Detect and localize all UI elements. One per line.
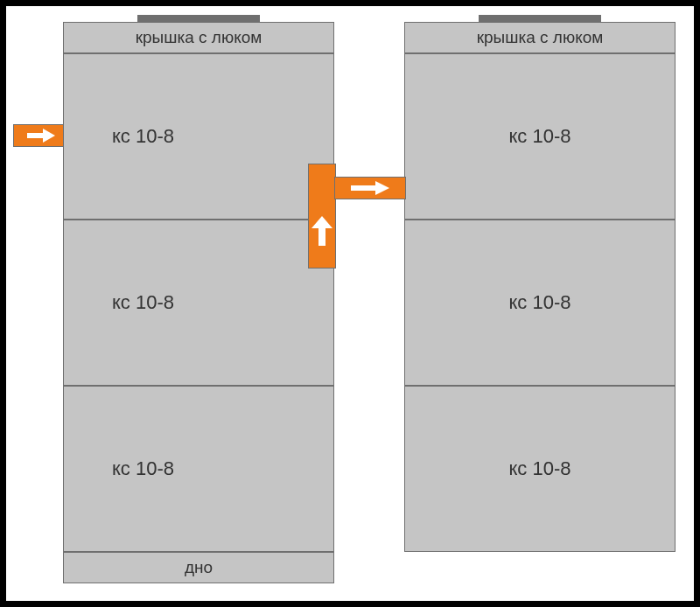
hatch-cap-right <box>479 15 601 22</box>
ring-right-2: кс 10-8 <box>404 220 676 386</box>
lid-left: крышка с люком <box>63 22 334 53</box>
diagram-canvas: крышка с люком кс 10-8 кс 10-8 кс 10-8 д… <box>6 6 694 601</box>
arrow-right-icon <box>351 181 389 195</box>
svg-marker-1 <box>312 216 332 246</box>
svg-marker-2 <box>351 181 389 195</box>
ring-left-3: кс 10-8 <box>63 386 334 552</box>
ring-label: кс 10-8 <box>112 457 174 480</box>
hatch-cap-left <box>137 15 260 22</box>
ring-left-1: кс 10-8 <box>63 53 334 220</box>
lid-right: крышка с люком <box>404 22 676 53</box>
ring-label: кс 10-8 <box>112 125 174 148</box>
ring-label: кс 10-8 <box>508 125 570 148</box>
lid-label-left: крышка с люком <box>136 28 262 47</box>
ring-left-2: кс 10-8 <box>63 220 334 386</box>
ring-label: кс 10-8 <box>112 291 174 314</box>
bottom-label: дно <box>185 558 213 577</box>
ring-label: кс 10-8 <box>508 291 570 314</box>
arrow-right-icon <box>27 129 55 143</box>
svg-marker-0 <box>27 129 55 143</box>
ring-right-3: кс 10-8 <box>404 386 676 552</box>
ring-right-1: кс 10-8 <box>404 53 676 220</box>
lid-label-right: крышка с люком <box>477 28 604 47</box>
arrow-up-icon <box>312 216 332 246</box>
ring-label: кс 10-8 <box>508 457 570 480</box>
bottom-slab-left: дно <box>63 552 334 583</box>
